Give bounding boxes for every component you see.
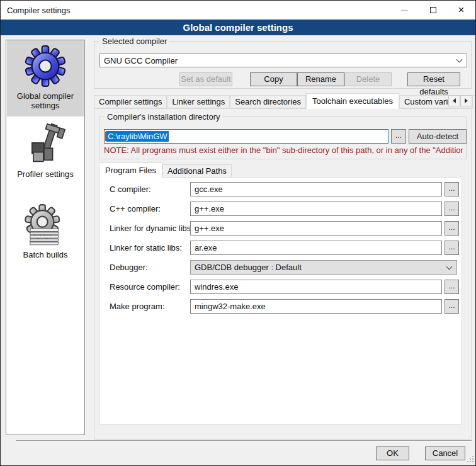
- window-title: Compiler settings: [1, 6, 70, 15]
- form-row-static-linker: Linker for static libs: ...: [99, 241, 463, 255]
- tab-toolchain-executables[interactable]: Toolchain executables: [306, 93, 399, 109]
- dynamic-linker-browse-button[interactable]: ...: [445, 221, 459, 236]
- browse-directory-button[interactable]: ...: [391, 129, 406, 144]
- chevron-down-icon: [446, 263, 453, 270]
- form-row-c-compiler: C compiler: ...: [99, 182, 463, 196]
- cancel-button[interactable]: Cancel: [425, 446, 465, 460]
- sidebar-item-label: Global compiler settings: [7, 90, 84, 114]
- c-compiler-browse-button[interactable]: ...: [445, 182, 459, 196]
- chevron-down-icon: [456, 57, 463, 63]
- cpp-compiler-label: C++ compiler:: [110, 202, 191, 216]
- sidebar-item-profiler-settings[interactable]: Profiler settings: [7, 118, 84, 189]
- set-as-default-button[interactable]: Set as default: [179, 72, 232, 86]
- installation-directory-legend: Compiler's installation directory: [105, 112, 223, 122]
- tab-scroll-right-button[interactable]: [460, 95, 472, 106]
- debugger-select[interactable]: GDB/CDB debugger : Default: [190, 260, 457, 275]
- maximize-button[interactable]: [419, 1, 447, 20]
- installation-directory-input[interactable]: C:\raylib\MinGW: [104, 129, 388, 144]
- copy-button[interactable]: Copy: [250, 72, 297, 86]
- tab-compiler-settings[interactable]: Compiler settings: [94, 95, 167, 108]
- resource-compiler-label: Resource compiler:: [110, 280, 191, 294]
- debugger-select-value: GDB/CDB debugger : Default: [195, 263, 445, 272]
- minimize-icon: [401, 10, 408, 11]
- resource-compiler-browse-button[interactable]: ...: [445, 280, 459, 294]
- tab-build-options[interactable]: Build options: [472, 95, 476, 108]
- sidebar-item-global-compiler-settings[interactable]: Global compiler settings: [7, 40, 84, 116]
- make-program-input[interactable]: [190, 299, 442, 314]
- arrow-right-icon: [465, 98, 468, 103]
- ok-button[interactable]: OK: [376, 446, 409, 460]
- compiler-settings-dialog: Compiler settings × Global compiler sett…: [0, 0, 476, 466]
- sidebar-item-label: Batch builds: [7, 249, 84, 263]
- cpp-compiler-browse-button[interactable]: ...: [445, 202, 459, 216]
- static-linker-input[interactable]: [190, 241, 442, 255]
- make-program-label: Make program:: [110, 299, 191, 314]
- tab-search-directories[interactable]: Search directories: [230, 95, 306, 108]
- tab-scroll-left-button[interactable]: [448, 95, 460, 106]
- compiler-select-value: GNU GCC Compiler: [104, 56, 455, 65]
- make-program-browse-button[interactable]: ...: [445, 299, 459, 314]
- maximize-icon: [430, 7, 436, 13]
- compiler-select[interactable]: GNU GCC Compiler: [99, 54, 467, 67]
- subtab-additional-paths[interactable]: Additional Paths: [162, 164, 232, 178]
- form-row-make-program: Make program: ...: [99, 299, 463, 314]
- titlebar[interactable]: Compiler settings ×: [1, 1, 475, 20]
- form-row-dynamic-linker: Linker for dynamic libs: ...: [99, 221, 463, 236]
- form-row-debugger: Debugger: GDB/CDB debugger : Default: [99, 260, 463, 275]
- c-compiler-input[interactable]: [190, 182, 442, 196]
- resize-grip-icon[interactable]: [467, 456, 468, 457]
- program-files-panel: C compiler: ... C++ compiler: ... Linker…: [99, 177, 462, 424]
- reset-defaults-button[interactable]: Reset defaults: [407, 72, 460, 86]
- tab-linker-settings[interactable]: Linker settings: [167, 95, 230, 108]
- sidebar-item-batch-builds[interactable]: Batch builds: [7, 199, 84, 268]
- resource-compiler-input[interactable]: [190, 280, 442, 294]
- subtab-program-files[interactable]: Program Files: [99, 162, 162, 178]
- selected-compiler-legend: Selected compiler: [99, 37, 169, 46]
- auto-detect-button[interactable]: Auto-detect: [409, 129, 467, 144]
- form-row-resource-compiler: Resource compiler: ...: [99, 280, 463, 294]
- arrow-left-icon: [453, 98, 456, 103]
- minimize-button[interactable]: [390, 1, 419, 20]
- toolchain-subtabstrip: Program Files Additional Paths: [99, 162, 232, 178]
- page-title: Global compiler settings: [1, 20, 475, 35]
- debugger-label: Debugger:: [110, 260, 191, 275]
- static-linker-browse-button[interactable]: ...: [445, 241, 459, 255]
- dynamic-linker-label: Linker for dynamic libs:: [110, 221, 191, 236]
- rename-button[interactable]: Rename: [297, 72, 344, 86]
- selected-compiler-group: Selected compiler GNU GCC Compiler Set a…: [94, 41, 472, 89]
- static-linker-label: Linker for static libs:: [110, 241, 191, 255]
- settings-tabstrip: Compiler settings Linker settings Search…: [94, 93, 472, 108]
- installation-directory-row: C:\raylib\MinGW ... Auto-detect: [104, 129, 467, 144]
- sidebar-item-label: Profiler settings: [7, 168, 84, 183]
- installation-directory-value: C:\raylib\MinGW: [106, 131, 169, 142]
- close-icon: ×: [458, 1, 465, 20]
- delete-button[interactable]: Delete: [344, 72, 392, 86]
- dynamic-linker-input[interactable]: [190, 221, 442, 236]
- close-button[interactable]: ×: [447, 1, 475, 20]
- footer-separator: [16, 440, 472, 441]
- settings-category-list: Global compiler settings: [6, 40, 85, 435]
- cpp-compiler-input[interactable]: [190, 202, 442, 216]
- c-compiler-label: C compiler:: [110, 182, 191, 196]
- form-row-cpp-compiler: C++ compiler: ...: [99, 202, 463, 216]
- installation-note: NOTE: All programs must exist either in …: [104, 145, 463, 155]
- caliper-icon: [7, 123, 84, 168]
- window-controls: ×: [390, 1, 475, 20]
- blue-gear-icon: [7, 45, 84, 90]
- gray-gear-papers-icon: [7, 203, 84, 249]
